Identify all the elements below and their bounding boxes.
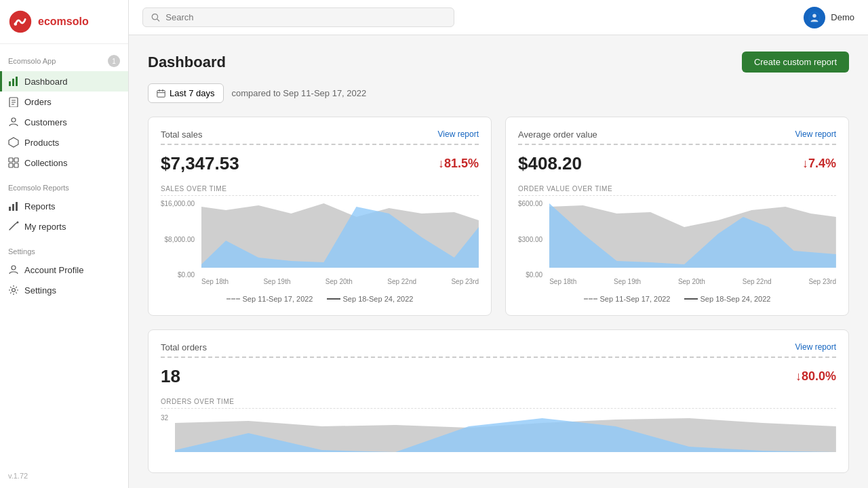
sales-chart-legend: Sep 11-Sep 17, 2022 Sep 18-Sep 24, 2022	[161, 295, 479, 303]
user-avatar	[804, 7, 825, 28]
sidebar-products-label: Products	[24, 138, 59, 148]
sidebar-my-reports-label: My reports	[24, 222, 66, 232]
sidebar-item-products[interactable]: Products	[0, 132, 128, 152]
logo-area: ecomsolo	[0, 0, 128, 44]
settings-section: Settings	[0, 237, 128, 260]
sales-chart-svg	[201, 200, 479, 274]
sidebar-reports-label: Reports	[24, 201, 56, 211]
order-y-axis: $600.00 $300.00 $0.00	[518, 200, 545, 288]
sidebar-dashboard-label: Dashboard	[24, 77, 68, 87]
topbar: Demo	[129, 0, 868, 35]
avg-order-view-report[interactable]: View report	[795, 129, 836, 139]
sales-y-top: $16,000.00	[161, 200, 195, 207]
x-sep20: Sep 20th	[326, 278, 353, 285]
date-range-button[interactable]: Last 7 days	[148, 83, 224, 103]
logo-text: ecomsolo	[38, 16, 89, 28]
svg-rect-24	[157, 90, 165, 97]
order-chart-container: $600.00 $300.00 $0.00 Sep 18th	[518, 200, 836, 288]
x-sep18: Sep 18th	[201, 278, 229, 285]
o-x-sep22: Sep 22nd	[743, 278, 772, 285]
search-input[interactable]	[165, 12, 446, 22]
sales-y-axis: $16,000.00 $8,000.00 $0.00	[161, 200, 197, 288]
sidebar-item-collections[interactable]: Collections	[0, 152, 128, 173]
svg-point-23	[813, 14, 816, 17]
svg-rect-11	[14, 158, 18, 162]
search-bar[interactable]	[142, 7, 454, 27]
orders-chart-label: ORDERS OVER TIME	[161, 398, 836, 409]
sales-chart-label: SALES OVER TIME	[161, 185, 479, 196]
sidebar-item-reports[interactable]: Reports	[0, 196, 128, 216]
svg-rect-15	[12, 204, 14, 211]
sidebar-item-dashboard[interactable]: Dashboard	[0, 71, 128, 92]
settings-icon	[8, 285, 19, 296]
compare-text: compared to Sep 11-Sep 17, 2022	[232, 88, 367, 98]
account-profile-icon	[8, 264, 19, 275]
o-x-sep20: Sep 20th	[678, 278, 705, 285]
page-header: Dashboard Create custom report	[148, 52, 849, 73]
sales-y-bot: $0.00	[161, 271, 195, 279]
svg-rect-13	[14, 163, 18, 167]
sidebar-item-account-profile[interactable]: Account Profile	[0, 260, 128, 280]
orders-y-top: 32	[161, 414, 168, 422]
svg-rect-12	[9, 163, 13, 167]
order-y-mid: $300.00	[518, 236, 542, 243]
order-chart-legend: Sep 11-Sep 17, 2022 Sep 18-Sep 24, 2022	[518, 295, 836, 303]
total-orders-value-row: 18 ↓80.0%	[161, 366, 836, 387]
total-orders-card: Total orders View report 18 ↓80.0% ORDER…	[148, 329, 849, 473]
user-name: Demo	[831, 12, 854, 22]
reports-icon	[8, 201, 19, 211]
date-bar: Last 7 days compared to Sep 11-Sep 17, 2…	[148, 83, 849, 103]
svg-point-18	[12, 266, 16, 270]
calendar-icon	[157, 89, 165, 98]
sidebar-item-customers[interactable]: Customers	[0, 112, 128, 132]
x-sep22: Sep 22nd	[387, 278, 416, 285]
sidebar-item-my-reports[interactable]: My reports	[0, 216, 128, 237]
avg-order-card: Average order value View report $408.20 …	[505, 117, 849, 316]
sidebar-account-label: Account Profile	[24, 265, 83, 275]
sales-y-mid: $8,000.00	[161, 236, 195, 243]
total-orders-change: ↓80.0%	[795, 369, 836, 384]
sales-chart: Sep 18th Sep 19th Sep 20th Sep 22nd Sep …	[201, 200, 479, 288]
order-legend-curr: Sep 18-Sep 24, 2022	[684, 295, 771, 303]
total-sales-header: Total sales View report	[161, 129, 479, 140]
search-icon	[151, 13, 160, 22]
sidebar-orders-label: Orders	[24, 97, 52, 107]
svg-rect-4	[16, 77, 18, 86]
svg-line-21	[157, 19, 159, 21]
o-x-sep23: Sep 23rd	[808, 278, 836, 285]
svg-rect-16	[16, 202, 18, 211]
my-reports-icon	[8, 221, 19, 232]
order-chart: Sep 18th Sep 19th Sep 20th Sep 22nd Sep …	[549, 200, 836, 288]
avg-order-header: Average order value View report	[518, 129, 836, 140]
orders-chart-container: 32	[161, 413, 836, 460]
svg-rect-2	[9, 81, 11, 86]
page-title: Dashboard	[148, 54, 226, 71]
total-sales-title: Total sales	[161, 129, 202, 140]
products-icon	[8, 137, 19, 148]
total-orders-value: 18	[161, 366, 180, 387]
create-custom-report-button[interactable]: Create custom report	[742, 52, 849, 73]
sidebar-item-orders[interactable]: Orders	[0, 92, 128, 112]
order-y-bot: $0.00	[518, 271, 542, 279]
main-area: Demo Dashboard Create custom report Last…	[129, 0, 868, 488]
svg-point-17	[17, 222, 19, 224]
x-sep19: Sep 19th	[263, 278, 290, 285]
o-x-sep18: Sep 18th	[549, 278, 576, 285]
orders-chart-svg	[175, 413, 836, 453]
sidebar-item-settings[interactable]: Settings	[0, 280, 128, 300]
sidebar: ecomsolo Ecomsolo App 1 Dashboard Orders…	[0, 0, 129, 488]
o-x-sep19: Sep 19th	[614, 278, 641, 285]
total-orders-view-report[interactable]: View report	[795, 342, 836, 352]
order-legend-solid	[684, 298, 698, 300]
sidebar-settings-label: Settings	[24, 285, 56, 296]
sidebar-customers-label: Customers	[24, 117, 67, 127]
svg-point-9	[12, 118, 16, 122]
orders-icon	[8, 96, 19, 107]
order-y-top: $600.00	[518, 200, 542, 207]
order-legend-dashed	[584, 298, 597, 300]
user-area: Demo	[804, 7, 854, 28]
total-sales-change: ↓81.5%	[438, 157, 479, 171]
total-sales-view-report[interactable]: View report	[438, 129, 479, 139]
avg-order-value-row: $408.20 ↓7.4%	[518, 153, 836, 174]
sales-legend-curr: Sep 18-Sep 24, 2022	[327, 295, 414, 303]
